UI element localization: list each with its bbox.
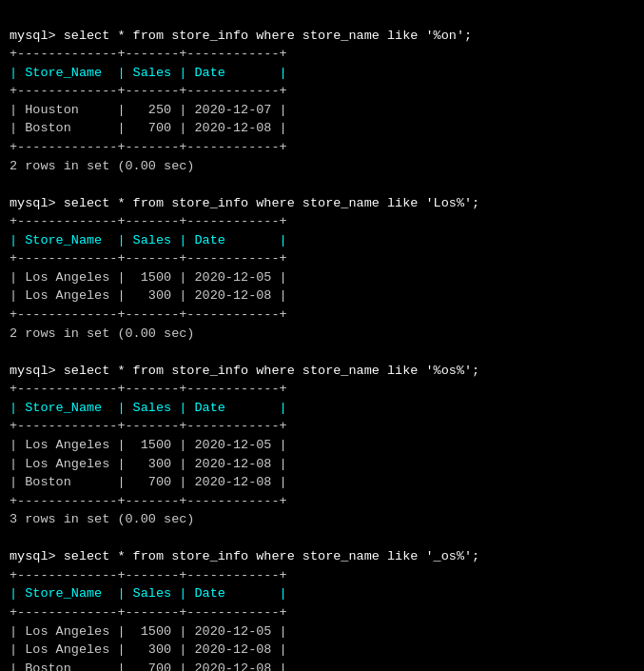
table-row: | Houston | 250 | 2020-12-07 | bbox=[10, 101, 634, 120]
sql-command-3: mysql> select * from store_info where st… bbox=[10, 362, 634, 381]
table-border-mid-4: +-------------+-------+------------+ bbox=[10, 603, 634, 622]
table-border-top-3: +-------------+-------+------------+ bbox=[10, 380, 634, 399]
result-info-2: 2 rows in set (0.00 sec) bbox=[10, 325, 634, 344]
table-row: | Boston | 700 | 2020-12-08 | bbox=[10, 119, 634, 138]
table-header-3: | Store_Name | Sales | Date | bbox=[10, 399, 634, 418]
spacer bbox=[10, 175, 634, 194]
table-border-bot-3: +-------------+-------+------------+ bbox=[10, 492, 634, 511]
table-row: | Boston | 700 | 2020-12-08 | bbox=[10, 473, 634, 492]
table-row: | Boston | 700 | 2020-12-08 | bbox=[10, 660, 634, 671]
table-row: | Los Angeles | 1500 | 2020-12-05 | bbox=[10, 268, 634, 287]
spacer bbox=[10, 529, 634, 548]
table-row: | Los Angeles | 1500 | 2020-12-05 | bbox=[10, 436, 634, 455]
table-header-2: | Store_Name | Sales | Date | bbox=[10, 231, 634, 250]
table-row: | Los Angeles | 300 | 2020-12-08 | bbox=[10, 286, 634, 306]
table-border-mid-3: +-------------+-------+------------+ bbox=[10, 417, 634, 436]
sql-command-2: mysql> select * from store_info where st… bbox=[10, 194, 634, 213]
table-border-top-2: +-------------+-------+------------+ bbox=[10, 212, 634, 231]
table-border-top-1: +-------------+-------+------------+ bbox=[10, 45, 634, 64]
table-row: | Los Angeles | 1500 | 2020-12-05 | bbox=[10, 622, 634, 641]
table-header-1: | Store_Name | Sales | Date | bbox=[10, 64, 634, 83]
result-info-1: 2 rows in set (0.00 sec) bbox=[10, 157, 634, 176]
table-border-mid-2: +-------------+-------+------------+ bbox=[10, 249, 634, 268]
table-border-mid-1: +-------------+-------+------------+ bbox=[10, 82, 634, 101]
table-row: | Los Angeles | 300 | 2020-12-08 | bbox=[10, 455, 634, 474]
table-header-4: | Store_Name | Sales | Date | bbox=[10, 584, 634, 603]
result-info-3: 3 rows in set (0.00 sec) bbox=[10, 510, 634, 529]
table-row: | Los Angeles | 300 | 2020-12-08 | bbox=[10, 641, 634, 660]
table-border-bot-2: +-------------+-------+------------+ bbox=[10, 306, 634, 325]
table-border-top-4: +-------------+-------+------------+ bbox=[10, 566, 634, 585]
spacer bbox=[10, 343, 634, 362]
sql-command-1: mysql> select * from store_info where st… bbox=[10, 27, 634, 46]
terminal-output: mysql> select * from store_info where st… bbox=[10, 8, 634, 671]
table-border-bot-1: +-------------+-------+------------+ bbox=[10, 138, 634, 157]
sql-command-4: mysql> select * from store_info where st… bbox=[10, 547, 634, 566]
